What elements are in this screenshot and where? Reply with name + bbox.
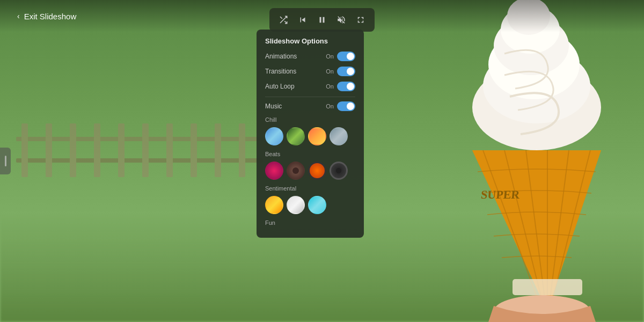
svg-rect-6 [118,123,125,177]
sentimental-tracks [265,196,355,214]
animations-controls: On [326,52,355,61]
transitions-toggle[interactable] [337,67,355,76]
svg-rect-0 [16,137,263,141]
svg-rect-9 [191,123,197,177]
beats-track-2[interactable] [287,162,305,180]
transitions-label: Transitions [265,68,296,75]
music-controls: On [326,101,355,111]
svg-rect-8 [166,123,173,177]
music-state: On [326,103,334,109]
ice-cream-image: SUPER [365,0,623,322]
svg-rect-1 [16,158,263,163]
autoloop-state: On [326,83,334,90]
svg-rect-11 [239,123,245,177]
beats-track-3[interactable] [308,162,326,180]
autoloop-toggle[interactable] [337,82,355,91]
music-label: Music [265,103,282,110]
beats-tracks [265,162,355,180]
svg-rect-10 [215,123,221,177]
autoloop-label: Auto Loop [265,83,295,90]
transitions-state: On [326,68,334,75]
divider-1 [265,97,355,97]
animations-state: On [326,53,334,60]
autoloop-controls: On [326,82,355,91]
chill-track-1[interactable] [265,127,283,145]
svg-rect-4 [70,123,76,177]
svg-rect-5 [94,123,100,177]
fullscreen-button[interactable] [352,11,369,28]
shuffle-button[interactable] [275,11,292,28]
music-toggle[interactable] [337,101,355,111]
previous-button[interactable] [294,11,311,28]
exit-slideshow-button[interactable]: ‹ Exit Slideshow [11,8,83,25]
chill-tracks [265,127,355,145]
chill-track-2[interactable] [287,127,305,145]
pause-button[interactable] [313,11,331,28]
sentimental-track-1[interactable] [265,196,283,214]
autoloop-row: Auto Loop On [265,82,355,91]
scroll-handle[interactable] [0,148,11,174]
fun-section-label: Fun [265,219,355,226]
scroll-handle-line [5,156,6,166]
transitions-row: Transitions On [265,67,355,76]
exit-label: Exit Slideshow [24,12,77,21]
sentimental-track-2[interactable] [287,196,305,214]
mute-button[interactable] [333,11,350,28]
chill-track-3[interactable] [308,127,326,145]
chill-track-4[interactable] [330,127,348,145]
svg-rect-3 [46,123,52,177]
panel-title: Slideshow Options [265,37,355,45]
transitions-controls: On [326,67,355,76]
chill-section-label: Chill [265,116,355,123]
slideshow-options-panel: Slideshow Options Animations On Transiti… [257,30,364,238]
animations-toggle[interactable] [337,52,355,61]
sentimental-section-label: Sentimental [265,185,355,192]
svg-rect-25 [513,279,582,295]
fence-decoration [16,118,263,182]
music-row: Music On [265,101,355,111]
svg-text:SUPER: SUPER [480,188,521,201]
beats-track-4[interactable] [330,162,348,180]
animations-row: Animations On [265,52,355,61]
svg-rect-2 [21,123,28,177]
slideshow-toolbar [269,8,375,32]
beats-track-1[interactable] [265,162,283,180]
back-chevron-icon: ‹ [17,12,20,20]
sentimental-track-3[interactable] [308,196,326,214]
beats-section-label: Beats [265,151,355,157]
svg-rect-7 [142,123,149,177]
animations-label: Animations [265,53,297,60]
